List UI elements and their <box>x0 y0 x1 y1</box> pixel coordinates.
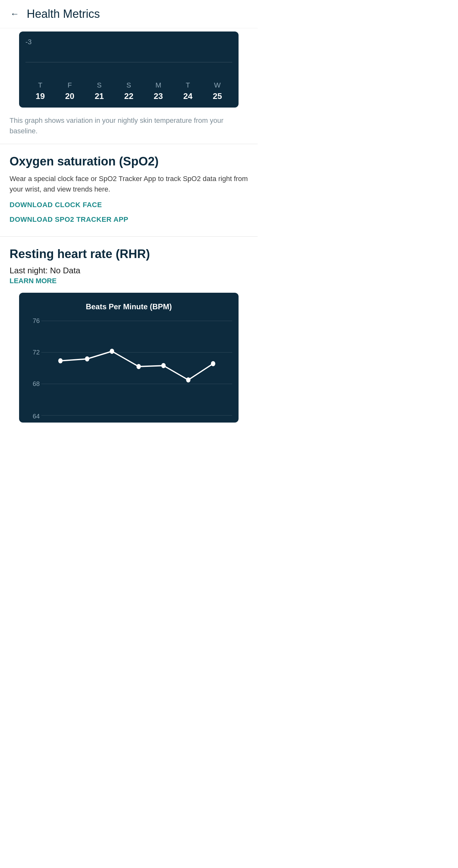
bpm-chart-container: Beats Per Minute (BPM) 76 72 68 64 <box>19 293 238 423</box>
download-clock-face-button[interactable]: DOWNLOAD CLOCK FACE <box>9 201 102 209</box>
bpm-y-label-68: 68 <box>26 380 40 388</box>
bpm-line-chart <box>41 321 232 416</box>
chart-day-1: F 20 <box>65 81 74 101</box>
day-number-5: 24 <box>183 91 192 101</box>
day-number-6: 25 <box>213 91 222 101</box>
day-letter-1: F <box>68 81 72 89</box>
day-number-2: 21 <box>95 91 104 101</box>
rhr-learn-more-button[interactable]: LEARN MORE <box>9 277 57 285</box>
skin-temp-chart-container: -3 T 19 F 20 S 21 S 22 M 23 <box>9 31 248 107</box>
rhr-last-night: Last night: No Data <box>9 266 248 276</box>
back-button[interactable]: ← <box>8 6 22 22</box>
bpm-dot-1 <box>85 356 89 362</box>
chart-y-label: -3 <box>26 38 232 46</box>
bpm-dot-2 <box>110 349 114 354</box>
day-letter-4: M <box>156 81 161 89</box>
bpm-y-label-72: 72 <box>26 349 40 356</box>
day-letter-2: S <box>97 81 102 89</box>
bpm-chart-title: Beats Per Minute (BPM) <box>26 302 232 311</box>
spo2-title: Oxygen saturation (SpO2) <box>9 154 248 169</box>
bpm-y-label-64: 64 <box>26 413 40 420</box>
rhr-section: Resting heart rate (RHR) Last night: No … <box>0 237 258 429</box>
bpm-dot-6 <box>211 361 215 366</box>
download-spo2-tracker-button[interactable]: DOWNLOAD SPO2 TRACKER APP <box>9 215 128 224</box>
chart-area <box>26 49 232 75</box>
bpm-dot-5 <box>186 377 191 382</box>
day-letter-6: W <box>214 81 221 89</box>
chart-day-4: M 23 <box>154 81 163 101</box>
skin-temp-description: This graph shows variation in your night… <box>0 107 258 144</box>
day-number-0: 19 <box>36 91 45 101</box>
bpm-dot-3 <box>136 364 141 369</box>
skin-temp-chart: -3 T 19 F 20 S 21 S 22 M 23 <box>19 31 238 107</box>
app-header: ← Health Metrics <box>0 0 258 28</box>
day-letter-3: S <box>127 81 131 89</box>
chart-day-0: T 19 <box>36 81 45 101</box>
bpm-dot-0 <box>58 358 63 363</box>
spo2-description: Wear a special clock face or SpO2 Tracke… <box>9 174 248 194</box>
chart-day-2: S 21 <box>95 81 104 101</box>
day-letter-0: T <box>38 81 42 89</box>
rhr-title: Resting heart rate (RHR) <box>9 247 248 261</box>
day-number-3: 22 <box>124 91 133 101</box>
bpm-dot-4 <box>161 363 166 368</box>
day-number-1: 20 <box>65 91 74 101</box>
page-title: Health Metrics <box>27 7 100 21</box>
chart-baseline <box>26 62 232 62</box>
chart-day-5: T 24 <box>183 81 192 101</box>
day-letter-5: T <box>186 81 190 89</box>
day-number-4: 23 <box>154 91 163 101</box>
bpm-chart-area: 76 72 68 64 <box>26 321 232 416</box>
chart-day-3: S 22 <box>124 81 133 101</box>
chart-days-row: T 19 F 20 S 21 S 22 M 23 T 24 <box>26 81 232 101</box>
bpm-y-label-76: 76 <box>26 317 40 324</box>
chart-day-6: W 25 <box>213 81 222 101</box>
spo2-section: Oxygen saturation (SpO2) Wear a special … <box>0 144 258 237</box>
